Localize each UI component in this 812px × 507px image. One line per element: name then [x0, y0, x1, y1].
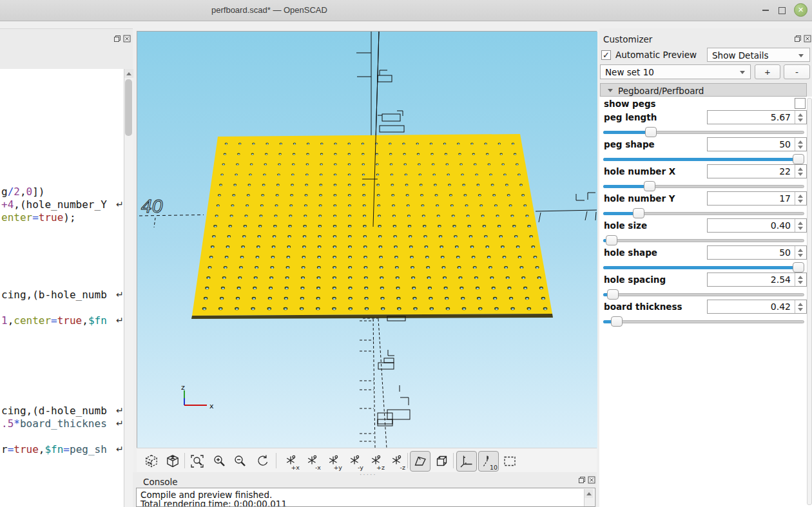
spinbox-hole-number-Y[interactable]: 17: [707, 191, 807, 206]
customizer-scrollbar[interactable]: [807, 98, 812, 505]
spin-arrows[interactable]: [795, 219, 806, 232]
viewport-canvas[interactable]: 40: [137, 32, 597, 448]
editor-scroll-thumb[interactable]: [125, 79, 132, 136]
spin-down-icon[interactable]: [798, 308, 803, 311]
param-label-hole-number-Y: hole number Y: [604, 193, 675, 204]
view-all-button[interactable]: [499, 451, 520, 472]
3d-viewport[interactable]: 40: [137, 31, 597, 448]
slider-handle[interactable]: [644, 181, 655, 191]
show-axes-button[interactable]: [456, 451, 477, 472]
slider-handle[interactable]: [611, 316, 623, 327]
checkbox-show-pegs[interactable]: [795, 98, 806, 109]
spinbox-peg-shape[interactable]: 50: [707, 137, 807, 151]
spin-up-icon[interactable]: [798, 113, 803, 117]
param-label-show-pegs: show pegs: [604, 99, 656, 109]
slider-handle[interactable]: [633, 208, 644, 218]
slider-peg-length[interactable]: [603, 127, 804, 137]
console-scroll-up[interactable]: [585, 489, 593, 498]
add-preset-button[interactable]: +: [755, 64, 780, 79]
spin-up-icon[interactable]: [798, 276, 803, 279]
slider-handle[interactable]: [606, 235, 617, 245]
slider-hole-shape[interactable]: [603, 262, 804, 273]
view-left-button[interactable]: -x: [302, 451, 322, 472]
slider-handle[interactable]: [607, 289, 619, 300]
console-float-icon[interactable]: [578, 476, 586, 484]
code-line: +4,(hole_number_Y: [1, 198, 107, 211]
preset-combobox[interactable]: New set 10: [600, 64, 751, 79]
spin-down-icon[interactable]: [798, 119, 803, 122]
details-dropdown[interactable]: Show Details: [707, 48, 810, 62]
spin-arrows[interactable]: [795, 138, 806, 151]
slider-handle[interactable]: [645, 127, 657, 137]
close-button[interactable]: ✕: [794, 3, 807, 17]
spin-down-icon[interactable]: [798, 200, 803, 203]
spin-down-icon[interactable]: [798, 173, 803, 176]
reset-view-button[interactable]: [253, 451, 273, 472]
spinbox-peg-length[interactable]: 5.67: [707, 110, 807, 124]
show-scale-button[interactable]: 10: [478, 451, 499, 472]
scroll-up-button[interactable]: [124, 69, 133, 78]
spin-down-icon[interactable]: [798, 146, 803, 149]
zoom-out-button[interactable]: [229, 451, 250, 472]
spinbox-hole-shape[interactable]: 50: [707, 245, 807, 260]
spin-up-icon[interactable]: [798, 167, 803, 171]
customizer-close-icon[interactable]: [804, 35, 811, 43]
view-front-button[interactable]: -y: [344, 451, 365, 472]
title-bar[interactable]: perfboard.scad* — OpenSCAD ✕: [0, 0, 812, 21]
spinbox-board-thickness[interactable]: 0.42: [707, 300, 807, 314]
view-right-button[interactable]: +x: [280, 451, 301, 472]
spin-arrows[interactable]: [795, 111, 806, 124]
spin-arrows[interactable]: [795, 246, 806, 259]
spin-arrows[interactable]: [795, 273, 806, 286]
spin-arrows[interactable]: [795, 192, 806, 205]
slider-board-thickness[interactable]: [603, 316, 804, 327]
slider-hole-spacing[interactable]: [603, 289, 804, 300]
zoom-all-button[interactable]: [187, 451, 208, 472]
spin-up-icon[interactable]: [798, 303, 803, 306]
slider-handle[interactable]: [793, 154, 804, 164]
slider-hole-number-X[interactable]: [603, 181, 804, 191]
spin-arrows[interactable]: [795, 165, 806, 178]
slider-fill: [603, 158, 798, 161]
preview-button[interactable]: [141, 451, 162, 472]
view-back-button[interactable]: +y: [323, 451, 343, 472]
maximize-button[interactable]: [775, 4, 788, 17]
slider-handle[interactable]: [793, 262, 804, 273]
render-button[interactable]: [162, 451, 183, 472]
console-scrollbar[interactable]: [584, 489, 594, 506]
spin-down-icon[interactable]: [798, 227, 803, 230]
spin-up-icon[interactable]: [798, 249, 803, 252]
slider-peg-shape[interactable]: [603, 154, 804, 164]
show-axes-icon: [459, 454, 474, 469]
view-bottom-button[interactable]: -z: [386, 451, 407, 472]
view-top-button[interactable]: +z: [365, 451, 386, 472]
orthographic-button[interactable]: [431, 451, 452, 472]
slider-hole-number-Y[interactable]: [603, 208, 804, 218]
remove-preset-button[interactable]: -: [784, 64, 810, 79]
minimize-button[interactable]: [759, 4, 772, 17]
slider-track[interactable]: [603, 293, 804, 296]
automatic-preview-checkbox[interactable]: ✓: [601, 50, 611, 60]
editor-close-icon[interactable]: [123, 35, 131, 43]
customizer-float-icon[interactable]: [794, 35, 802, 43]
slider-hole-size[interactable]: [603, 235, 804, 245]
spin-up-icon[interactable]: [798, 195, 803, 198]
editor-scrollbar[interactable]: [124, 69, 133, 507]
spinbox-hole-spacing[interactable]: 2.54: [707, 273, 807, 287]
spinbox-hole-number-X[interactable]: 22: [707, 164, 807, 178]
section-header-pegboard[interactable]: Pegboard/Perfboard: [600, 83, 807, 97]
perspective-button[interactable]: [410, 451, 430, 472]
spinbox-hole-size[interactable]: 0.40: [707, 218, 807, 233]
spin-up-icon[interactable]: [798, 140, 803, 144]
slider-track[interactable]: [603, 239, 804, 242]
spin-down-icon[interactable]: [798, 281, 803, 284]
editor-float-icon[interactable]: [113, 35, 121, 43]
view-bottom-label: -z: [400, 464, 405, 471]
spin-arrows[interactable]: [795, 300, 806, 313]
spin-down-icon[interactable]: [798, 254, 803, 257]
slider-track[interactable]: [603, 320, 804, 323]
console-close-icon[interactable]: [588, 476, 595, 484]
spin-up-icon[interactable]: [798, 222, 803, 225]
code-editor[interactable]: g/2,0])+4,(hole_number_Y↵enter=true);cin…: [0, 69, 124, 507]
zoom-in-button[interactable]: [209, 451, 229, 472]
